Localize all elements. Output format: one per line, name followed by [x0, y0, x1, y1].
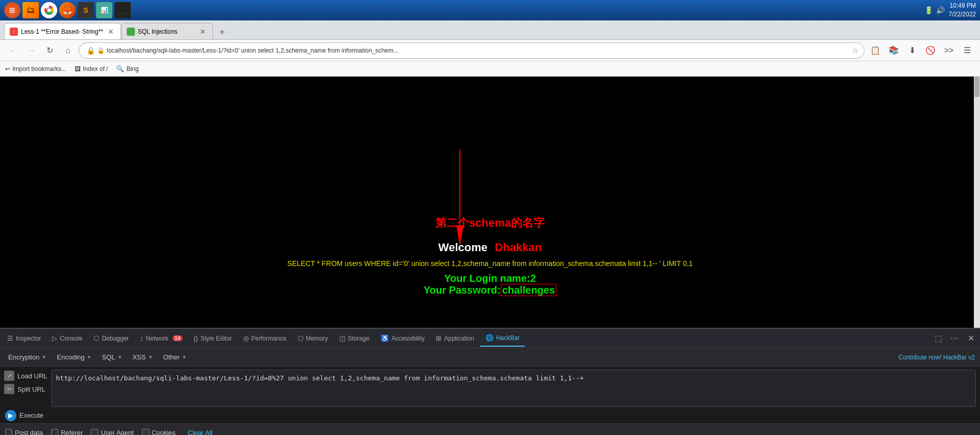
import-icon: ↩: [5, 65, 10, 72]
devtools-more-button[interactable]: ⋯: [947, 331, 962, 346]
devtools-tab-style-editor[interactable]: {} Style Editor: [189, 330, 237, 347]
hackbar-menu-encryption[interactable]: Encryption ▼: [5, 352, 50, 362]
devtools-tab-hackbar[interactable]: 🌐 HackBar: [480, 330, 525, 347]
bookmark-import[interactable]: ↩ Import bookmarks...: [5, 65, 66, 72]
user-agent-label: User Agent: [101, 429, 133, 436]
bing-icon: 🔍: [116, 65, 124, 72]
load-url-button[interactable]: ↗ Load URL: [4, 371, 48, 381]
no-access-button[interactable]: 🚫: [923, 43, 938, 58]
bookmarks-bar: ↩ Import bookmarks... 🖼 Index of / 🔍 Bin…: [0, 61, 980, 77]
extensions-button[interactable]: >>: [941, 43, 956, 58]
sublime-icon[interactable]: S: [78, 2, 94, 18]
hackbar-menu-other[interactable]: Other ▼: [160, 352, 190, 362]
hackbar-menu-encoding[interactable]: Encoding ▼: [54, 352, 95, 362]
user-agent-checkbox[interactable]: User Agent: [91, 429, 133, 436]
address-bar[interactable]: 🔒 🔒 localhost/bachang/sqli-labs-master/L…: [79, 42, 865, 59]
url-textarea[interactable]: http://localhost/bachang/sqli-labs-maste…: [52, 370, 976, 407]
execute-icon: ▶: [5, 410, 16, 421]
debugger-label: Debugger: [102, 335, 129, 342]
split-url-icon: ✂: [4, 384, 14, 394]
tab-label-1: Less-1 **Error Based- String**: [21, 28, 103, 35]
devtools-tabbar: ☰ Inspector ▷ Console ⬡ Debugger ↕ Netwo…: [0, 329, 980, 348]
forward-button[interactable]: →: [24, 43, 39, 58]
home-button[interactable]: ⌂: [60, 43, 76, 58]
encoding-label: Encoding: [57, 353, 84, 361]
battery-icon: 🔋: [924, 6, 933, 14]
svg-text:!: !: [13, 30, 14, 34]
monitor-icon[interactable]: 📊: [96, 2, 112, 18]
devtools-tab-accessibility[interactable]: ♿ Accessibility: [376, 330, 430, 347]
application-label: Application: [444, 335, 474, 342]
devtools-close-button[interactable]: ✕: [964, 331, 978, 346]
tab-favicon-1: !: [10, 28, 18, 36]
browser-chrome: ! Less-1 **Error Based- String** ✕ SQL I…: [0, 20, 980, 435]
devtools-tab-debugger[interactable]: ⬡ Debugger: [88, 330, 134, 347]
post-data-checkbox[interactable]: Post data: [5, 429, 43, 436]
taskbar: ⊞ 🗂 🦊 S 📊 _ 🔋 🔊 10:4: [0, 0, 980, 20]
accessibility-label: Accessibility: [391, 335, 425, 342]
address-text: localhost/bachang/sqli-labs-master/Less-…: [107, 47, 852, 54]
firefox-icon[interactable]: 🦊: [59, 2, 76, 18]
hackbar-menu-sql[interactable]: SQL ▼: [99, 352, 125, 362]
tab-close-1[interactable]: ✕: [106, 27, 115, 36]
chrome-icon[interactable]: [41, 2, 57, 18]
devtools-dock-button[interactable]: ⬚: [931, 331, 945, 346]
devtools-tab-storage[interactable]: ◫ Storage: [334, 330, 375, 347]
devtools: ☰ Inspector ▷ Console ⬡ Debugger ↕ Netwo…: [0, 328, 980, 435]
hackbar-menu-xss[interactable]: XSS ▼: [129, 352, 156, 362]
scrollbar-thumb: [974, 77, 979, 97]
bookmark-bing[interactable]: 🔍 Bing: [116, 65, 138, 72]
hackbar-contribute[interactable]: Contribute now! HackBar v2: [899, 354, 975, 361]
devtools-tab-memory[interactable]: ⬡ Memory: [293, 330, 333, 347]
tab-sql[interactable]: SQL Injections ✕: [121, 23, 213, 39]
devtools-tab-console[interactable]: ▷ Console: [47, 330, 87, 347]
password-text-prefix: Your Password:: [424, 284, 501, 296]
back-button[interactable]: ←: [5, 43, 20, 58]
tab-less1[interactable]: ! Less-1 **Error Based- String** ✕: [4, 23, 121, 39]
memory-label: Memory: [306, 335, 328, 342]
index-label: Index of /: [83, 65, 108, 72]
load-url-icon: ↗: [4, 371, 14, 381]
new-tab-button[interactable]: +: [215, 25, 229, 39]
index-icon: 🖼: [75, 65, 81, 72]
devtools-tab-inspector[interactable]: ☰ Inspector: [2, 330, 46, 347]
devtools-tab-network[interactable]: ↕ Network 14: [135, 330, 188, 347]
bookmark-star-icon[interactable]: ☆: [852, 45, 859, 55]
encryption-label: Encryption: [8, 353, 39, 361]
menu-button[interactable]: ☰: [960, 43, 975, 58]
referer-checkbox[interactable]: Referer: [51, 429, 83, 436]
network-icon: ↕: [140, 334, 144, 342]
post-data-check: [5, 429, 12, 435]
xss-arrow: ▼: [148, 354, 153, 360]
user-agent-check: [91, 429, 98, 435]
cookies-checkbox[interactable]: Cookies: [142, 429, 176, 436]
terminal-icon[interactable]: _: [114, 2, 131, 18]
load-url-label: Load URL: [17, 372, 48, 380]
cookies-label: Cookies: [152, 429, 176, 436]
reload-button[interactable]: ↻: [42, 43, 57, 58]
chinese-title: 第二个schema的名字: [287, 215, 693, 231]
performance-icon: ◎: [243, 334, 249, 342]
login-name-display: Your Login name:2: [287, 273, 693, 284]
tab-close-2[interactable]: ✕: [198, 27, 207, 36]
downloads-button[interactable]: ⬇: [904, 43, 920, 58]
reader-mode-button[interactable]: 📋: [868, 43, 883, 58]
hackbar-content: ↗ Load URL ✂ Split URL http://localhost/…: [0, 367, 980, 423]
bookmark-index[interactable]: 🖼 Index of /: [75, 65, 108, 72]
storage-label: Storage: [348, 335, 369, 342]
taskbar-time: 10:49 PM 7/22/2022: [949, 2, 976, 19]
split-url-button[interactable]: ✂ Split URL: [4, 384, 48, 394]
files-icon[interactable]: 🗂: [22, 2, 39, 18]
devtools-tab-application[interactable]: ⊞ Application: [431, 330, 479, 347]
windows-icon[interactable]: ⊞: [4, 2, 20, 18]
execute-label[interactable]: Execute: [19, 412, 43, 419]
clear-all-button[interactable]: Clear All: [188, 429, 213, 436]
contribute-label: Contribute now! HackBar v2: [899, 354, 975, 361]
sql-label: SQL: [102, 353, 115, 361]
encoding-arrow: ▼: [87, 354, 92, 360]
devtools-tab-performance[interactable]: ◎ Performance: [238, 330, 292, 347]
bookmarks-button[interactable]: 📚: [886, 43, 901, 58]
taskbar-icons: ⊞ 🗂 🦊 S 📊 _: [4, 2, 131, 18]
password-display: Your Password:challenges: [287, 284, 693, 296]
console-icon: ▷: [52, 334, 57, 342]
